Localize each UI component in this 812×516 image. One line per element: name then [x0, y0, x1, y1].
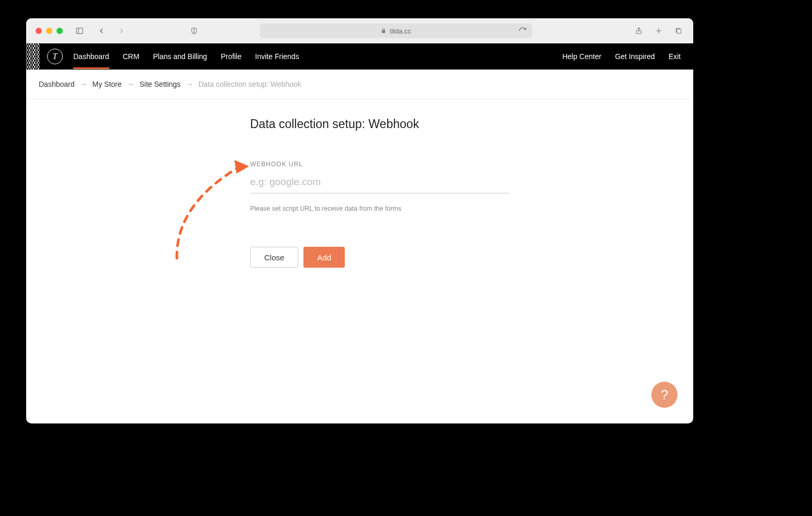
- logo-letter: T: [53, 52, 58, 61]
- forward-icon[interactable]: [116, 26, 127, 36]
- breadcrumb-separator: →: [127, 80, 134, 88]
- share-icon[interactable]: [634, 26, 644, 36]
- webhook-url-input[interactable]: [250, 173, 509, 193]
- privacy-shield-icon[interactable]: [189, 26, 199, 36]
- lock-icon: [380, 28, 387, 34]
- window-minimize-icon[interactable]: [46, 28, 52, 34]
- nav-plans-billing[interactable]: Plans and Billing: [153, 52, 207, 61]
- page-title: Data collection setup: Webhook: [250, 117, 512, 131]
- main-nav: Dashboard CRM Plans and Billing Profile …: [73, 52, 299, 61]
- app-header: T Dashboard CRM Plans and Billing Profil…: [26, 43, 693, 70]
- traffic-lights: [36, 28, 63, 34]
- help-fab-button[interactable]: ?: [651, 382, 678, 408]
- nav-dashboard[interactable]: Dashboard: [73, 52, 109, 61]
- nav-help-center[interactable]: Help Center: [562, 52, 602, 61]
- tilda-logo[interactable]: T: [47, 49, 63, 64]
- address-bar-host: tilda.cc: [390, 27, 411, 35]
- add-button[interactable]: Add: [303, 247, 345, 268]
- window-maximize-icon[interactable]: [57, 28, 63, 34]
- question-mark-icon: ?: [661, 387, 668, 403]
- tabs-icon[interactable]: [673, 26, 684, 36]
- webhook-url-label: WEBHOOK URL: [250, 160, 512, 168]
- crumb-site-settings[interactable]: Site Settings: [140, 80, 181, 88]
- new-tab-icon[interactable]: [653, 26, 664, 36]
- chrome-right: [634, 26, 684, 36]
- svg-rect-0: [76, 28, 83, 34]
- crumb-current: Data collection setup: Webhook: [198, 80, 301, 88]
- breadcrumb-separator: →: [186, 80, 193, 88]
- breadcrumb: Dashboard → My Store → Site Settings → D…: [26, 70, 693, 99]
- address-bar[interactable]: tilda.cc: [260, 24, 532, 38]
- browser-chrome: tilda.cc: [26, 18, 693, 43]
- nav-crm[interactable]: CRM: [123, 52, 140, 61]
- pointer-arrow-icon: [171, 158, 254, 262]
- breadcrumb-separator: →: [80, 80, 87, 88]
- crumb-my-store[interactable]: My Store: [93, 80, 122, 88]
- nav-arrows: [96, 26, 127, 36]
- back-icon[interactable]: [96, 26, 107, 36]
- refresh-icon[interactable]: [517, 26, 528, 36]
- webhook-help-text: Please set script URL to receive data fr…: [250, 205, 512, 212]
- nav-profile[interactable]: Profile: [221, 52, 242, 61]
- content-area: Data collection setup: Webhook WEBHOOK U…: [26, 99, 693, 285]
- window-close-icon[interactable]: [36, 28, 42, 34]
- crumb-dashboard[interactable]: Dashboard: [39, 80, 75, 88]
- nav-get-inspired[interactable]: Get Inspired: [615, 52, 655, 61]
- sidebar-toggle-icon[interactable]: [74, 26, 85, 36]
- nav-exit[interactable]: Exit: [669, 52, 681, 61]
- decorative-pattern: [26, 43, 40, 70]
- close-button[interactable]: Close: [250, 247, 298, 268]
- button-row: Close Add: [250, 247, 512, 268]
- svg-marker-6: [234, 160, 249, 174]
- secondary-nav: Help Center Get Inspired Exit: [562, 52, 681, 61]
- form-area: Data collection setup: Webhook WEBHOOK U…: [250, 117, 512, 268]
- svg-rect-5: [677, 29, 681, 33]
- nav-invite-friends[interactable]: Invite Friends: [255, 52, 299, 61]
- browser-window: tilda.cc T Dashboard CRM Plans and Bil: [26, 18, 693, 423]
